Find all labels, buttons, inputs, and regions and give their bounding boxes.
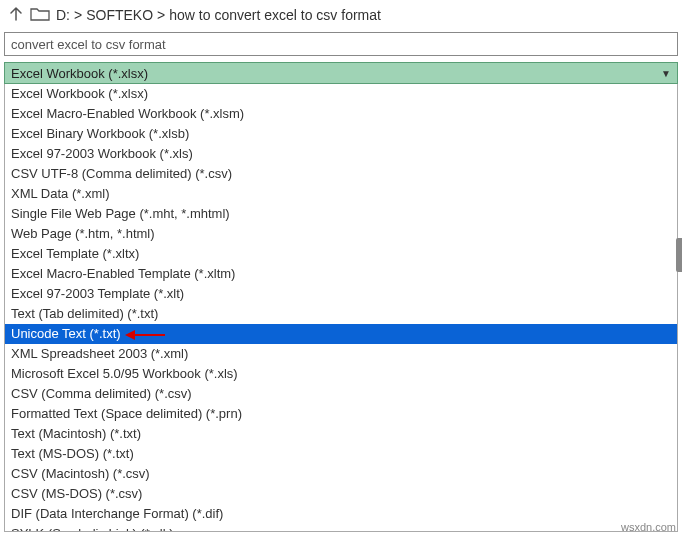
dropdown-item[interactable]: Text (Tab delimited) (*.txt) [5,304,677,324]
up-arrow-icon[interactable] [8,6,24,25]
dropdown-item[interactable]: Formatted Text (Space delimited) (*.prn) [5,404,677,424]
chevron-down-icon: ▼ [661,68,671,79]
side-handle[interactable] [676,238,682,272]
dropdown-item[interactable]: DIF (Data Interchange Format) (*.dif) [5,504,677,524]
annotation-arrow-icon [125,328,165,340]
dropdown-item[interactable]: Excel Template (*.xltx) [5,244,677,264]
dropdown-item[interactable]: Excel 97-2003 Workbook (*.xls) [5,144,677,164]
breadcrumb-separator: > [157,7,165,23]
dropdown-item[interactable]: Excel Workbook (*.xlsx) [5,84,677,104]
dropdown-item[interactable]: Text (MS-DOS) (*.txt) [5,444,677,464]
dropdown-item[interactable]: CSV (Macintosh) (*.csv) [5,464,677,484]
svg-marker-1 [125,330,135,340]
dropdown-item[interactable]: Excel Macro-Enabled Template (*.xltm) [5,264,677,284]
dropdown-item[interactable]: CSV (Comma delimited) (*.csv) [5,384,677,404]
breadcrumb-segment[interactable]: D: [56,7,70,23]
dropdown-item[interactable]: Text (Macintosh) (*.txt) [5,424,677,444]
dropdown-item[interactable]: Microsoft Excel 5.0/95 Workbook (*.xls) [5,364,677,384]
watermark: wsxdn.com [621,521,676,533]
breadcrumb-separator: > [74,7,82,23]
dropdown-item[interactable]: Single File Web Page (*.mht, *.mhtml) [5,204,677,224]
search-row [0,30,682,58]
breadcrumb-segment[interactable]: SOFTEKO [86,7,153,23]
breadcrumb[interactable]: D: > SOFTEKO > how to convert excel to c… [56,7,381,23]
dropdown-item[interactable]: Excel 97-2003 Template (*.xlt) [5,284,677,304]
toolbar: D: > SOFTEKO > how to convert excel to c… [0,0,682,30]
dropdown-item[interactable]: SYLK (Symbolic Link) (*.slk) [5,524,677,532]
dropdown-item[interactable]: CSV (MS-DOS) (*.csv) [5,484,677,504]
breadcrumb-segment[interactable]: how to convert excel to csv format [169,7,381,23]
folder-icon[interactable] [30,6,50,25]
dropdown-item[interactable]: XML Spreadsheet 2003 (*.xml) [5,344,677,364]
file-type-dropdown[interactable]: Excel Workbook (*.xlsx) ▼ [4,62,678,84]
dropdown-item[interactable]: Unicode Text (*.txt) [5,324,677,344]
search-input[interactable] [4,32,678,56]
dropdown-item[interactable]: XML Data (*.xml) [5,184,677,204]
dropdown-item[interactable]: Web Page (*.htm, *.html) [5,224,677,244]
dropdown-item[interactable]: CSV UTF-8 (Comma delimited) (*.csv) [5,164,677,184]
dropdown-item[interactable]: Excel Macro-Enabled Workbook (*.xlsm) [5,104,677,124]
file-type-dropdown-list[interactable]: Excel Workbook (*.xlsx)Excel Macro-Enabl… [4,84,678,532]
dropdown-item[interactable]: Excel Binary Workbook (*.xlsb) [5,124,677,144]
dropdown-selected-label: Excel Workbook (*.xlsx) [11,66,148,81]
